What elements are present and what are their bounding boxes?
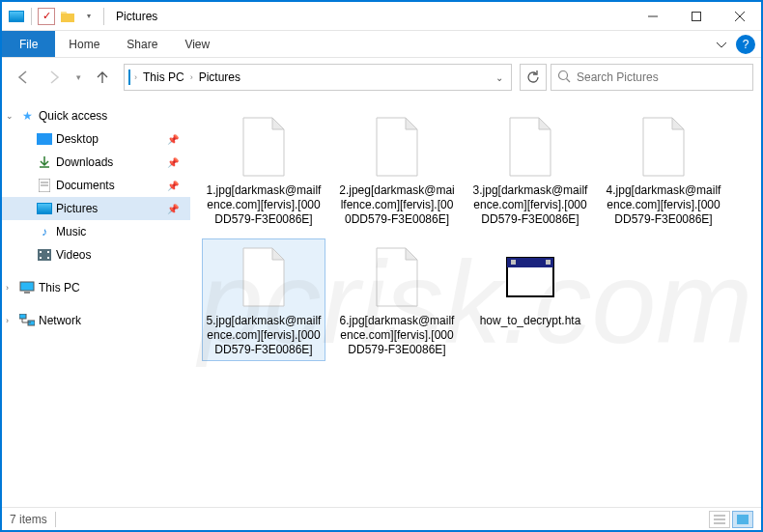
videos-icon <box>37 247 52 263</box>
sidebar-item-label: Documents <box>56 179 115 192</box>
file-item[interactable]: 2.jpeg[darkmask@mailfence.com][fervis].[… <box>335 108 459 231</box>
breadcrumb-root[interactable]: This PC <box>141 70 186 84</box>
search-box[interactable] <box>551 64 753 91</box>
pin-icon: 📌 <box>167 157 179 168</box>
navigation-bar: ▾ › This PC › Pictures ⌄ <box>2 58 761 97</box>
large-icons-view-button[interactable] <box>732 511 753 528</box>
svg-rect-13 <box>40 257 42 259</box>
ribbon: File Home Share View ? <box>2 31 761 58</box>
help-button[interactable]: ? <box>736 35 755 54</box>
up-button[interactable] <box>89 64 116 91</box>
svg-rect-25 <box>546 260 551 265</box>
file-name: 1.jpg[darkmask@mailfence.com][fervis].[0… <box>206 183 322 227</box>
file-item[interactable]: how_to_decrypt.hta <box>468 238 592 361</box>
title-bar-quick-access: ✓ ▾ <box>2 8 112 25</box>
generic-file-icon <box>235 112 293 182</box>
minimize-button[interactable] <box>631 2 674 31</box>
status-bar: 7 items <box>2 507 761 530</box>
properties-checkbox-icon[interactable]: ✓ <box>38 8 55 25</box>
file-name: 3.jpg[darkmask@mailfence.com][fervis].[0… <box>472 183 588 227</box>
content-area: ⌄ ★ Quick access Desktop 📌 Downloads 📌 D… <box>2 97 761 507</box>
star-icon: ★ <box>19 108 35 124</box>
svg-rect-29 <box>737 515 749 524</box>
desktop-icon <box>37 131 52 147</box>
sidebar-item-network[interactable]: › Network <box>2 309 190 332</box>
separator <box>103 8 104 25</box>
pictures-icon <box>37 201 52 216</box>
navigation-pane: ⌄ ★ Quick access Desktop 📌 Downloads 📌 D… <box>2 97 190 507</box>
ribbon-expand-button[interactable] <box>707 31 736 57</box>
file-name: how_to_decrypt.hta <box>480 314 581 328</box>
svg-rect-11 <box>38 249 51 261</box>
sidebar-item-desktop[interactable]: Desktop 📌 <box>2 127 190 151</box>
documents-icon <box>37 178 52 193</box>
pin-icon: 📌 <box>167 181 179 191</box>
sidebar-item-this-pc[interactable]: › This PC <box>2 276 190 299</box>
generic-file-icon <box>501 112 559 182</box>
sidebar-item-label: This PC <box>39 281 80 294</box>
generic-file-icon <box>635 112 692 182</box>
chevron-right-icon: › <box>6 283 9 293</box>
details-view-button[interactable] <box>709 511 730 528</box>
file-item[interactable]: 4.jpg[darkmask@mailfence.com][fervis].[0… <box>602 108 725 231</box>
svg-rect-17 <box>24 292 30 294</box>
tab-file[interactable]: File <box>2 31 55 57</box>
pin-icon: 📌 <box>167 204 179 214</box>
sidebar-item-label: Desktop <box>56 132 99 146</box>
downloads-icon <box>37 154 52 170</box>
chevron-down-icon[interactable]: ▾ <box>80 8 98 25</box>
svg-rect-15 <box>47 257 49 259</box>
forward-button[interactable] <box>41 64 68 91</box>
pin-icon: 📌 <box>167 134 179 145</box>
sidebar-item-documents[interactable]: Documents 📌 <box>2 174 190 197</box>
tab-view[interactable]: View <box>171 31 223 57</box>
sidebar-item-downloads[interactable]: Downloads 📌 <box>2 151 190 174</box>
file-item[interactable]: 6.jpg[darkmask@mailfence.com][fervis].[0… <box>335 238 459 361</box>
chevron-down-icon: ⌄ <box>6 111 14 121</box>
recent-locations-button[interactable]: ▾ <box>71 64 85 91</box>
sidebar-item-pictures[interactable]: Pictures 📌 <box>2 197 190 220</box>
maximize-button[interactable] <box>674 2 718 31</box>
address-dropdown-button[interactable]: ⌄ <box>495 72 507 83</box>
search-icon <box>557 70 571 86</box>
chevron-right-icon: › <box>190 72 193 82</box>
refresh-button[interactable] <box>520 64 547 91</box>
folder-icon[interactable] <box>59 8 76 25</box>
back-button[interactable] <box>10 64 37 91</box>
file-item[interactable]: 5.jpg[darkmask@mailfence.com][fervis].[0… <box>202 238 325 361</box>
item-count: 7 items <box>10 513 47 526</box>
sidebar-item-label: Pictures <box>56 202 98 215</box>
search-input[interactable] <box>577 70 747 84</box>
generic-file-icon <box>368 112 426 182</box>
svg-rect-16 <box>20 282 34 291</box>
sidebar-item-label: Music <box>56 225 86 238</box>
svg-line-5 <box>567 78 571 82</box>
sidebar-item-videos[interactable]: Videos <box>2 243 190 266</box>
title-bar: ✓ ▾ Pictures <box>2 2 761 31</box>
sidebar-item-quick-access[interactable]: ⌄ ★ Quick access <box>2 104 190 127</box>
window-controls <box>631 2 761 31</box>
svg-rect-14 <box>47 251 49 253</box>
monitor-icon <box>19 280 35 295</box>
sidebar-item-label: Videos <box>56 248 91 262</box>
music-icon: ♪ <box>37 224 52 239</box>
tab-home[interactable]: Home <box>55 31 113 57</box>
hta-file-icon <box>501 242 559 312</box>
address-bar[interactable]: › This PC › Pictures ⌄ <box>124 64 512 91</box>
close-button[interactable] <box>718 2 761 31</box>
file-item[interactable]: 3.jpg[darkmask@mailfence.com][fervis].[0… <box>468 108 592 231</box>
file-name: 6.jpg[darkmask@mailfence.com][fervis].[0… <box>339 314 455 357</box>
svg-rect-18 <box>19 314 26 319</box>
network-icon <box>19 313 35 328</box>
breadcrumb-current[interactable]: Pictures <box>197 70 242 84</box>
separator <box>55 512 56 527</box>
file-name: 4.jpg[darkmask@mailfence.com][fervis].[0… <box>606 183 721 227</box>
separator <box>31 8 32 25</box>
file-name: 5.jpg[darkmask@mailfence.com][fervis].[0… <box>206 314 322 357</box>
file-item[interactable]: 1.jpg[darkmask@mailfence.com][fervis].[0… <box>202 108 325 231</box>
location-folder-icon <box>128 70 130 84</box>
sidebar-item-music[interactable]: ♪ Music <box>2 220 190 243</box>
files-area[interactable]: pcrisk.com 1.jpg[darkmask@mailfence.com]… <box>190 97 761 507</box>
tab-share[interactable]: Share <box>113 31 171 57</box>
chevron-right-icon: › <box>6 316 9 325</box>
